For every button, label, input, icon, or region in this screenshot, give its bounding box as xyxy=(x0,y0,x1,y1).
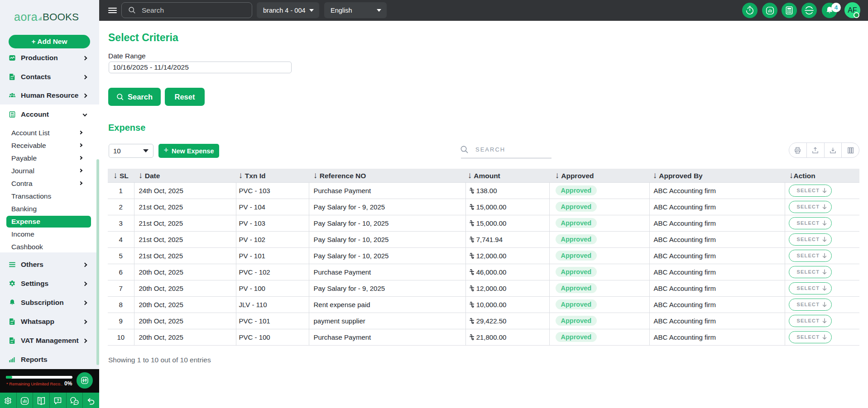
svg-text:?: ? xyxy=(57,398,60,403)
